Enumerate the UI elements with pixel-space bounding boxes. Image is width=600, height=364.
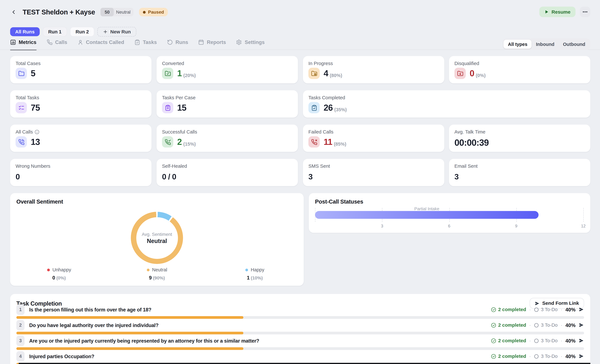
metric-percent: (20%) bbox=[183, 73, 196, 79]
task-percent: 40% bbox=[565, 322, 575, 328]
user-icon bbox=[77, 39, 83, 45]
metric-value: 0 bbox=[16, 172, 20, 181]
axis-tick-label: 6 bbox=[448, 224, 450, 228]
tab-contacts-called[interactable]: Contacts Called bbox=[77, 39, 124, 47]
send-icon[interactable] bbox=[579, 322, 584, 328]
ellipsis-icon bbox=[582, 9, 588, 15]
tab-tasks[interactable]: Tasks bbox=[134, 39, 157, 47]
metric-card-email-sent: Email Sent 3 bbox=[449, 159, 590, 186]
page-header: TEST Sheldon + Kayse 50 Neutral Paused bbox=[10, 8, 168, 16]
legend-item-neutral: Neutral 9(90%) bbox=[108, 267, 206, 281]
overall-sentiment-panel: Overall Sentiment Avg. Sentiment Neutral… bbox=[10, 193, 304, 286]
metric-value: 2 bbox=[177, 137, 182, 147]
sentiment-legend: Unhappy 0(0%) Neutral 9(90%) Happy 1(10%… bbox=[10, 267, 304, 281]
postcall-bar: Partial Intake bbox=[315, 211, 539, 219]
check-circle-icon bbox=[491, 322, 496, 327]
more-options-button[interactable] bbox=[580, 7, 591, 17]
post-call-statuses-panel: Post-Call Statuses Partial Intake 36912 bbox=[309, 193, 590, 233]
task-progress-bar bbox=[16, 316, 584, 319]
task-question: Injured parties Occupation? bbox=[29, 353, 94, 359]
axis-tick-label: 12 bbox=[581, 224, 586, 228]
tab-runs[interactable]: Runs bbox=[167, 39, 188, 47]
metric-label: Self-Healed bbox=[162, 164, 187, 169]
send-icon[interactable] bbox=[579, 338, 584, 343]
donut-center-label: Avg. Sentiment bbox=[142, 232, 172, 236]
task-progress-bar bbox=[16, 347, 584, 350]
folder-clock-icon bbox=[309, 68, 320, 79]
metric-value: 75 bbox=[31, 103, 40, 112]
back-chevron-icon[interactable] bbox=[10, 9, 17, 16]
header-actions: Resume bbox=[539, 7, 591, 17]
clipboard-icon bbox=[162, 102, 173, 113]
check-circle-icon bbox=[491, 307, 496, 312]
tab-calls[interactable]: Calls bbox=[47, 39, 67, 47]
info-icon[interactable] bbox=[35, 130, 40, 134]
tab-settings[interactable]: Settings bbox=[236, 39, 265, 47]
calendar-icon bbox=[198, 39, 204, 45]
task-progress-bar bbox=[16, 332, 584, 335]
metric-value: 26 bbox=[324, 103, 333, 112]
donut-center: Avg. Sentiment Neutral bbox=[131, 212, 183, 264]
postcall-axis: 36912 bbox=[315, 224, 583, 229]
metric-label: All Calls bbox=[16, 129, 33, 135]
legend-item-happy: Happy 1(10%) bbox=[206, 267, 304, 281]
task-progress-fill bbox=[16, 347, 244, 350]
axis-tick-label: 9 bbox=[515, 224, 517, 228]
metric-card-self-healed: Self-Healed 0 / 0 bbox=[157, 159, 298, 186]
plus-icon bbox=[103, 29, 108, 34]
task-number-badge: 4 bbox=[16, 351, 25, 362]
metric-label: Tasks Per Case bbox=[162, 95, 196, 101]
phone-icon bbox=[47, 39, 52, 45]
filter-outbound[interactable]: Outbound bbox=[559, 40, 590, 49]
circle-icon bbox=[534, 322, 539, 327]
metric-card-failed-calls: Failed Calls 11 (85%) bbox=[303, 125, 444, 152]
panel-title: Post-Call Statuses bbox=[315, 198, 363, 205]
task-number-badge: 1 bbox=[16, 304, 25, 315]
tab-all-runs[interactable]: All Runs bbox=[10, 27, 40, 36]
happy-dot-icon bbox=[245, 269, 248, 271]
resume-button[interactable]: Resume bbox=[539, 7, 575, 17]
task-completion-panel: Task Completion Send Form Link 1 Is the … bbox=[10, 294, 590, 364]
check-circle-icon bbox=[491, 354, 496, 359]
unhappy-dot-icon bbox=[47, 269, 50, 271]
score-value: 50 bbox=[101, 8, 114, 16]
donut-center-value: Neutral bbox=[147, 237, 167, 244]
filter-all-types[interactable]: All types bbox=[504, 40, 532, 49]
status-dot-icon bbox=[143, 11, 146, 13]
new-run-label: New Run bbox=[110, 29, 131, 35]
check-circle-icon bbox=[491, 338, 496, 343]
circle-icon bbox=[534, 307, 539, 312]
tab-run-1[interactable]: Run 1 bbox=[43, 27, 67, 37]
metric-label: Converted bbox=[162, 61, 184, 66]
call-type-filter: All types Inbound Outbound bbox=[503, 39, 590, 50]
status-badge: Paused bbox=[139, 8, 168, 16]
metric-label: Successful Calls bbox=[162, 129, 197, 135]
tab-reports[interactable]: Reports bbox=[198, 39, 226, 47]
metric-label: Tasks Completed bbox=[309, 95, 345, 101]
phone-x-icon bbox=[309, 136, 320, 148]
postcall-bar-label: Partial Intake bbox=[414, 206, 439, 211]
metric-card-total-tasks: Total Tasks 75 bbox=[10, 90, 151, 118]
metric-value: 5 bbox=[31, 68, 35, 78]
metric-label: SMS Sent bbox=[309, 164, 330, 169]
new-run-button[interactable]: New Run bbox=[97, 27, 136, 37]
metric-value: 3 bbox=[309, 172, 313, 181]
score-label: Neutral bbox=[116, 10, 131, 14]
metric-card-sms-sent: SMS Sent 3 bbox=[303, 159, 444, 186]
metric-value: 4 bbox=[324, 68, 328, 78]
send-icon[interactable] bbox=[579, 307, 584, 312]
task-meta: 2 completed · 3 To-Do · 40% bbox=[491, 338, 584, 344]
task-row: 2 Do you have legal authority over the i… bbox=[16, 319, 584, 330]
filter-inbound[interactable]: Inbound bbox=[532, 40, 559, 49]
metric-value: 00:00:39 bbox=[454, 137, 489, 148]
folder-x-icon bbox=[454, 68, 466, 79]
send-icon[interactable] bbox=[579, 354, 584, 359]
resume-label: Resume bbox=[552, 9, 571, 15]
status-label: Paused bbox=[148, 10, 164, 14]
tab-metrics[interactable]: Metrics bbox=[10, 39, 36, 47]
metric-card-wrong-numbers: Wrong Numbers 0 bbox=[10, 159, 151, 186]
metric-percent: (85%) bbox=[334, 141, 346, 148]
tab-run-2[interactable]: Run 2 bbox=[70, 27, 94, 37]
metric-label: Avg. Talk Time bbox=[454, 129, 486, 135]
task-progress-fill bbox=[16, 316, 244, 319]
